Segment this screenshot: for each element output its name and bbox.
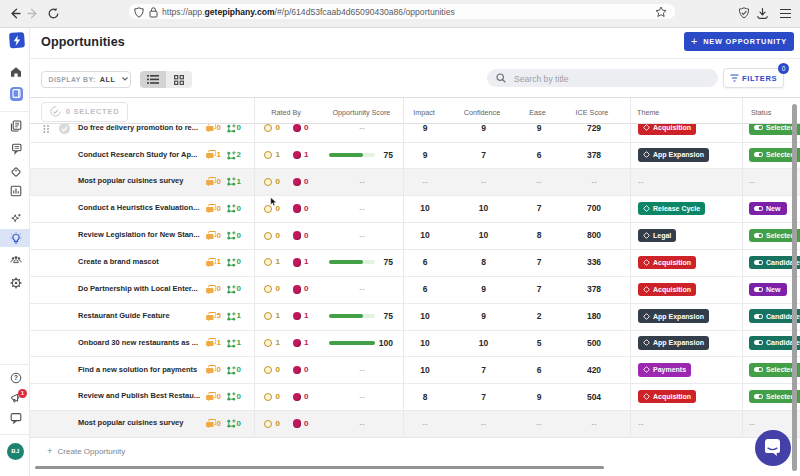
svg-text:?: ? <box>14 374 18 381</box>
